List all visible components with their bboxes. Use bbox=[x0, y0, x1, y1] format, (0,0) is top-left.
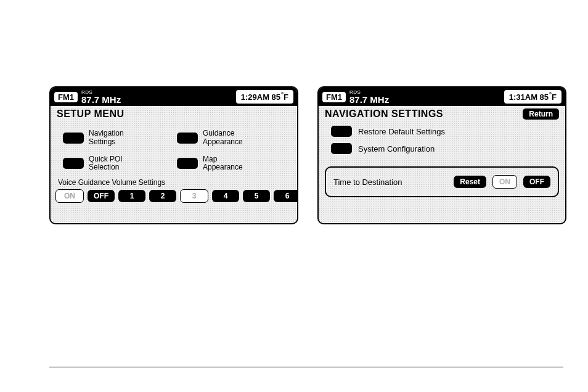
volume-level-4-button[interactable]: 4 bbox=[212, 190, 239, 202]
setup-item-label: Guidance Appearance bbox=[203, 129, 243, 147]
page-divider bbox=[49, 367, 563, 367]
menu-pill-icon bbox=[177, 133, 198, 144]
volume-level-3-button[interactable]: 3 bbox=[180, 189, 208, 203]
frequency-readout: 87.7 MHz bbox=[349, 95, 389, 104]
temp-unit: F bbox=[552, 93, 557, 102]
screen-setup-menu: FM1 RDS 87.7 MHz 1:29AM 85°F SETUP MENU … bbox=[49, 86, 298, 224]
page-title: SETUP MENU bbox=[57, 108, 125, 120]
volume-level-1-button[interactable]: 1 bbox=[118, 190, 145, 202]
setup-item-label: Navigation Settings bbox=[89, 129, 124, 147]
menu-pill-icon bbox=[177, 158, 198, 169]
voice-guidance-title: Voice Guidance Volume Settings bbox=[55, 178, 292, 187]
clock-time: 1:31AM 85 bbox=[509, 93, 549, 102]
nav-item-label: Restore Default Settings bbox=[358, 127, 445, 136]
setup-item-guidance-appearance[interactable]: Guidance Appearance bbox=[177, 129, 285, 147]
volume-level-2-button[interactable]: 2 bbox=[149, 190, 176, 202]
volume-off-button[interactable]: OFF bbox=[88, 190, 115, 202]
menu-pill-icon bbox=[331, 143, 352, 154]
menu-pill-icon bbox=[63, 133, 84, 144]
time-to-destination-panel: Time to Destination Reset ON OFF bbox=[325, 166, 559, 197]
volume-on-button[interactable]: ON bbox=[55, 189, 84, 203]
nav-settings-list: Restore Default Settings System Configur… bbox=[319, 121, 565, 154]
header-bar: FM1 RDS 87.7 MHz 1:29AM 85°F bbox=[51, 88, 297, 106]
voice-guidance-section: Voice Guidance Volume Settings ON OFF 1 … bbox=[51, 172, 297, 203]
nav-item-label: System Configuration bbox=[358, 144, 435, 153]
setup-item-label: Quick POI Selection bbox=[89, 155, 123, 173]
volume-level-5-button[interactable]: 5 bbox=[243, 190, 270, 202]
reset-button[interactable]: Reset bbox=[454, 176, 486, 188]
clock-temp-badge: 1:29AM 85°F bbox=[236, 90, 293, 103]
setup-item-navigation-settings[interactable]: Navigation Settings bbox=[63, 129, 171, 147]
clock-time: 1:29AM 85 bbox=[241, 93, 280, 102]
clock-temp-badge: 1:31AM 85°F bbox=[504, 90, 561, 103]
volume-level-6-button[interactable]: 6 bbox=[274, 190, 298, 202]
setup-item-map-appearance[interactable]: Map Appearance bbox=[177, 155, 285, 173]
title-row: NAVIGATION SETTINGS Return bbox=[319, 106, 565, 121]
frequency-readout: 87.7 MHz bbox=[81, 95, 121, 104]
setup-grid: Navigation Settings Guidance Appearance … bbox=[51, 121, 297, 172]
frequency-block: RDS 87.7 MHz bbox=[349, 90, 389, 104]
band-badge: FM1 bbox=[54, 92, 78, 102]
return-button[interactable]: Return bbox=[523, 108, 559, 120]
frequency-block: RDS 87.7 MHz bbox=[81, 90, 121, 104]
nav-item-system-configuration[interactable]: System Configuration bbox=[331, 143, 553, 154]
setup-item-label: Map Appearance bbox=[203, 155, 243, 173]
time-to-destination-label: Time to Destination bbox=[333, 178, 447, 187]
screen-navigation-settings: FM1 RDS 87.7 MHz 1:31AM 85°F NAVIGATION … bbox=[317, 86, 566, 224]
setup-item-quick-poi-selection[interactable]: Quick POI Selection bbox=[63, 155, 171, 173]
nav-item-restore-defaults[interactable]: Restore Default Settings bbox=[331, 126, 553, 137]
menu-pill-icon bbox=[63, 158, 84, 169]
time-off-button[interactable]: OFF bbox=[523, 176, 550, 188]
band-badge: FM1 bbox=[322, 92, 346, 102]
title-row: SETUP MENU bbox=[51, 106, 297, 121]
header-bar: FM1 RDS 87.7 MHz 1:31AM 85°F bbox=[319, 88, 565, 106]
temp-unit: F bbox=[284, 93, 288, 102]
voice-guidance-buttons: ON OFF 1 2 3 4 5 6 bbox=[55, 189, 292, 203]
time-on-button[interactable]: ON bbox=[492, 175, 517, 189]
menu-pill-icon bbox=[331, 126, 352, 137]
page-title: NAVIGATION SETTINGS bbox=[325, 108, 443, 120]
